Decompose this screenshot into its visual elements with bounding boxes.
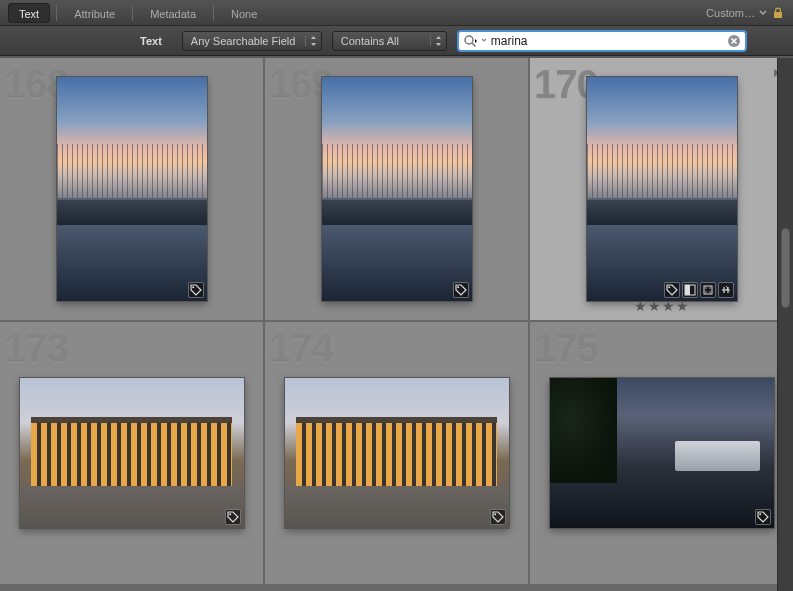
bw-badge-icon[interactable] xyxy=(682,282,698,298)
dropdown-value: Any Searchable Field xyxy=(191,35,299,47)
svg-rect-6 xyxy=(685,285,690,295)
thumbnail-grid-wrap: 168169170★★★★173174175 xyxy=(0,56,793,591)
thumbnail-image xyxy=(322,77,472,301)
text-filter-bar: Text Any Searchable Field Contains All xyxy=(0,26,793,56)
filter-preset-label: Custom… xyxy=(706,7,755,19)
tag-badge-icon[interactable] xyxy=(225,509,241,525)
search-field[interactable] xyxy=(457,30,747,52)
cell-index-number: 173 xyxy=(4,326,68,371)
scrollbar-rail[interactable] xyxy=(777,58,793,591)
thumbnail[interactable] xyxy=(20,378,244,528)
thumbnail-grid: 168169170★★★★173174175 xyxy=(0,58,793,591)
thumbnail[interactable] xyxy=(587,77,737,301)
updown-arrows-icon xyxy=(430,36,442,46)
thumbnail-cell[interactable]: 174 xyxy=(265,322,528,584)
svg-point-14 xyxy=(759,513,761,515)
lock-icon[interactable] xyxy=(771,6,785,20)
filter-tab-label: Text xyxy=(19,8,39,20)
scrollbar-thumb[interactable] xyxy=(781,228,790,308)
filter-tab-text[interactable]: Text xyxy=(8,3,50,23)
search-icon xyxy=(463,34,477,48)
tag-badge-icon[interactable] xyxy=(755,509,771,525)
thumbnail-cell[interactable]: 169 xyxy=(265,58,528,320)
tab-separator xyxy=(132,5,133,21)
chevron-down-icon xyxy=(759,9,767,17)
thumbnail-badges xyxy=(453,282,469,298)
filter-preset-menu[interactable]: Custom… xyxy=(706,7,767,19)
updown-arrows-icon xyxy=(305,36,317,46)
filter-tab-none[interactable]: None xyxy=(220,3,268,23)
thumbnail-badges xyxy=(490,509,506,525)
thumbnail-badges xyxy=(755,509,771,525)
thumbnail-cell[interactable]: 168 xyxy=(0,58,263,320)
thumbnail-image xyxy=(57,77,207,301)
thumbnail[interactable] xyxy=(57,77,207,301)
filter-tab-label: None xyxy=(231,8,257,20)
tag-badge-icon[interactable] xyxy=(188,282,204,298)
rating-stars[interactable]: ★★★★ xyxy=(634,298,690,314)
thumbnail-badges xyxy=(225,509,241,525)
filter-tab-attribute[interactable]: Attribute xyxy=(63,3,126,23)
svg-point-11 xyxy=(709,291,710,292)
thumbnail-badges xyxy=(664,282,734,298)
tag-badge-icon[interactable] xyxy=(490,509,506,525)
thumbnail[interactable] xyxy=(285,378,509,528)
search-field-dropdown[interactable]: Any Searchable Field xyxy=(182,31,322,51)
filter-tab-label: Attribute xyxy=(74,8,115,20)
filter-tab-label: Metadata xyxy=(150,8,196,20)
clear-search-icon[interactable] xyxy=(727,34,741,48)
thumbnail-image xyxy=(20,378,244,528)
chevron-down-icon xyxy=(481,36,487,46)
filter-tab-metadata[interactable]: Metadata xyxy=(139,3,207,23)
svg-point-9 xyxy=(709,287,710,288)
thumbnail[interactable] xyxy=(550,378,774,528)
tab-separator xyxy=(56,5,57,21)
search-input[interactable] xyxy=(491,34,723,48)
thumbnail-image xyxy=(285,378,509,528)
dropdown-value: Contains All xyxy=(341,35,424,47)
adjust-badge-icon[interactable] xyxy=(718,282,734,298)
svg-point-3 xyxy=(457,286,459,288)
thumbnail-cell[interactable]: 175 xyxy=(530,322,793,584)
thumbnail-cell[interactable]: 173 xyxy=(0,322,263,584)
svg-point-0 xyxy=(465,36,473,44)
tab-separator xyxy=(213,5,214,21)
thumbnail-image xyxy=(587,77,737,301)
svg-point-10 xyxy=(705,291,706,292)
svg-rect-7 xyxy=(704,286,712,294)
svg-point-4 xyxy=(668,286,670,288)
thumbnail-cell[interactable]: 170★★★★ xyxy=(530,58,793,320)
tag-badge-icon[interactable] xyxy=(664,282,680,298)
svg-point-13 xyxy=(494,513,496,515)
cell-index-number: 175 xyxy=(534,326,598,371)
search-rule-dropdown[interactable]: Contains All xyxy=(332,31,447,51)
tag-badge-icon[interactable] xyxy=(453,282,469,298)
thumbnail-image xyxy=(550,378,774,528)
thumbnail[interactable] xyxy=(322,77,472,301)
svg-point-8 xyxy=(705,287,706,288)
svg-point-12 xyxy=(229,513,231,515)
svg-point-2 xyxy=(192,286,194,288)
library-filter-tabbar: Text Attribute Metadata None Custom… xyxy=(0,0,793,26)
crop-badge-icon[interactable] xyxy=(700,282,716,298)
cell-index-number: 174 xyxy=(269,326,333,371)
filter-section-label: Text xyxy=(140,35,162,47)
thumbnail-badges xyxy=(188,282,204,298)
